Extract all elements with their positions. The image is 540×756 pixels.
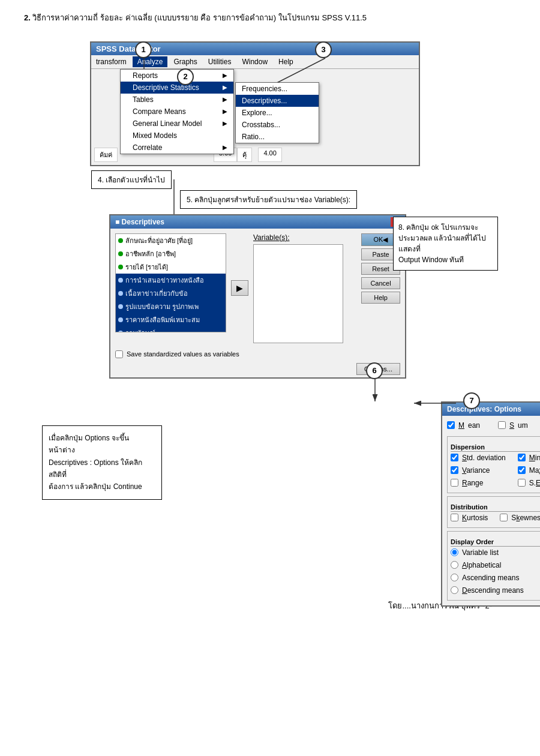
maximum-checkbox[interactable] xyxy=(518,466,526,474)
ascending-text: Ascending means xyxy=(462,574,519,582)
kurtosis-checkbox[interactable] xyxy=(451,514,458,521)
variable-list[interactable]: ลักษณะที่อยู่อาศัย [ที่อยู่] อาชีพหลัก [… xyxy=(115,233,226,332)
dialog-body: ลักษณะที่อยู่อาศัย [ที่อยู่] อาชีพหลัก [… xyxy=(110,229,405,348)
left-ann-line1: เมื่อคลิกปุ่ม Options จะขึ้นหน้าต่าง xyxy=(49,434,129,454)
menu-crosstabs[interactable]: Crosstabs... xyxy=(236,119,319,131)
annotation-step5: 5. คลิกปุ่มลูกศรสำหรับย้ายตัวแปรมาช่อง V… xyxy=(180,190,357,209)
std-dev-option: Std. deviation xyxy=(451,454,506,462)
range-checkbox[interactable] xyxy=(451,479,458,487)
var-dot-8 xyxy=(118,331,123,332)
var-item-4[interactable]: การนำเสนอข่าวทางหนังสือ xyxy=(116,274,226,287)
save-standardized-checkbox[interactable] xyxy=(115,350,123,358)
help-button[interactable]: Help xyxy=(361,292,400,304)
var-item-2[interactable]: อาชีพหลัก [อาชีพ] xyxy=(116,247,226,260)
mean-sum-row: Mean Sum Continue xyxy=(447,421,540,433)
minimum-checkbox[interactable] xyxy=(518,454,526,461)
menu-explore[interactable]: Explore... xyxy=(236,107,319,119)
kurtosis-option: Kurtosis xyxy=(451,514,488,522)
se-mean-checkbox[interactable] xyxy=(518,479,526,487)
var-item-3[interactable]: รายได้ [รายได้] xyxy=(116,260,226,274)
maximum-text: Maximum xyxy=(529,466,540,475)
descending-option: Descending means xyxy=(451,586,540,595)
data-value-2: 4.00 xyxy=(258,148,281,162)
var-dot-2 xyxy=(118,251,123,256)
distribution-group: Distribution Kurtosis Skewness xyxy=(447,496,540,528)
mean-checkbox[interactable] xyxy=(447,421,455,429)
descending-text: Descending means xyxy=(462,586,524,595)
menu-general-linear[interactable]: General Linear Model ▶ xyxy=(121,118,233,130)
menu-correlate[interactable]: Correlate ▶ xyxy=(121,142,233,154)
descriptives-title: ■ Descriptives xyxy=(115,218,164,226)
menu-utilities[interactable]: Utilities xyxy=(203,56,236,67)
variance-text: Variance xyxy=(462,466,490,475)
annotation-step4: 4. เลือกตัวแปรที่นำไป xyxy=(91,170,172,189)
range-option: Range xyxy=(451,479,506,487)
var-item-5[interactable]: เนื้อหาข่าวเกี่ยวกับข้อ xyxy=(116,287,226,300)
menu-analyze[interactable]: Analyze xyxy=(133,56,168,67)
menu-compare-means[interactable]: Compare Means ▶ xyxy=(121,106,233,118)
menu-ratio[interactable]: Ratio... xyxy=(236,131,319,143)
menu-transform[interactable]: transform xyxy=(91,56,131,67)
sum-text: um xyxy=(518,421,528,430)
maximum-option: Maximum xyxy=(518,466,540,475)
display-order-label: Display Order xyxy=(451,538,540,547)
options-button-area: Options... xyxy=(110,361,405,377)
ascending-radio[interactable] xyxy=(451,574,458,581)
var-dot-4 xyxy=(118,278,123,283)
variable-target-box[interactable] xyxy=(253,244,343,343)
left-ann-line2: Descriptives : Options ให้คลิกสถิติที่ xyxy=(49,458,142,479)
spss-window: SPSS Data Editor transform Analyze Graph… xyxy=(90,41,420,166)
menu-window[interactable]: Window xyxy=(237,56,272,67)
transfer-area: ▶ xyxy=(231,233,248,343)
var-item-6[interactable]: รูปแบบข้อความ รูปภาพเพ xyxy=(116,300,226,313)
intro-text: 2. วิธีการหาค่าความถี่ ร้อยละ ค่าเฉลี่ย … xyxy=(24,12,516,25)
target-area: Variable(s): xyxy=(253,233,356,343)
menu-help[interactable]: Help xyxy=(274,56,298,67)
menu-mixed-models[interactable]: Mixed Models xyxy=(121,130,233,142)
menu-frequencies[interactable]: Frequencies... xyxy=(236,83,319,95)
skewness-option: Skewness xyxy=(500,514,540,522)
analyze-dropdown: Reports ▶ Descriptive Statistics ▶ Table… xyxy=(120,69,234,154)
skewness-checkbox[interactable] xyxy=(500,514,508,521)
mean-label: M xyxy=(458,421,464,430)
variance-checkbox[interactable] xyxy=(451,466,458,474)
dispersion-options: Std. deviation Variance Range xyxy=(451,454,540,490)
callout-3: 3 xyxy=(315,41,332,58)
minimum-text: Minimum xyxy=(529,454,540,462)
thai-label-2: คุ้ xyxy=(237,148,252,162)
descending-radio[interactable] xyxy=(451,586,458,594)
std-dev-text: Std. deviation xyxy=(462,454,506,462)
std-dev-checkbox[interactable] xyxy=(451,454,458,461)
callout-1: 1 xyxy=(135,41,152,58)
alphabetical-option: Alphabetical xyxy=(451,561,540,569)
sum-checkbox[interactable] xyxy=(498,421,506,429)
variance-option: Variance xyxy=(451,466,506,475)
variables-label: Variable(s): xyxy=(253,233,356,242)
variable-list-text: Variable list xyxy=(462,548,499,557)
se-mean-option: S.E. mean xyxy=(518,479,540,487)
dispersion-col2: Minimum Maximum S.E. mean xyxy=(518,454,540,490)
thai-label-1: ค้มค่ xyxy=(94,148,118,162)
menu-tables[interactable]: Tables ▶ xyxy=(121,94,233,106)
screenshot-area: 1 2 3 SPSS Data Editor transform Analyze… xyxy=(42,41,498,581)
descriptives-titlebar: ■ Descriptives ✕ xyxy=(110,215,405,229)
transfer-button[interactable]: ▶ xyxy=(231,280,248,296)
var-item-8[interactable]: รวมทักษณ์ xyxy=(116,326,226,332)
menu-descriptive-statistics[interactable]: Descriptive Statistics ▶ xyxy=(121,82,233,94)
menu-graphs[interactable]: Graphs xyxy=(169,56,202,67)
ascending-option: Ascending means xyxy=(451,574,540,582)
var-item-1[interactable]: ลักษณะที่อยู่อาศัย [ที่อยู่] xyxy=(116,234,226,247)
var-dot-1 xyxy=(118,238,123,243)
alphabetical-radio[interactable] xyxy=(451,561,458,569)
annotation-step8: 8. คลิกปุ่ม ok โปรแกรมจะ ประมวลผล แล้วนำ… xyxy=(393,217,498,271)
callout-6: 6 xyxy=(366,362,383,379)
cancel-button[interactable]: Cancel xyxy=(361,277,400,289)
var-item-7[interactable]: ราคาหนังสือพิมพ์เหมาะสม xyxy=(116,313,226,326)
alphabetical-text: Alphabetical xyxy=(462,561,501,569)
display-order-group: Display Order Variable list Alphabetical xyxy=(447,531,540,601)
dispersion-group: Dispersion Std. deviation Variance xyxy=(447,436,540,493)
step8-line1: 8. คลิกปุ่ม ok โปรแกรมจะ xyxy=(398,223,478,232)
variable-list-radio[interactable] xyxy=(451,548,458,556)
descriptives-dialog: ■ Descriptives ✕ ลักษณะที่อยู่อาศัย [ที่… xyxy=(109,214,406,379)
menu-descriptives[interactable]: Descriptives... xyxy=(236,95,319,107)
